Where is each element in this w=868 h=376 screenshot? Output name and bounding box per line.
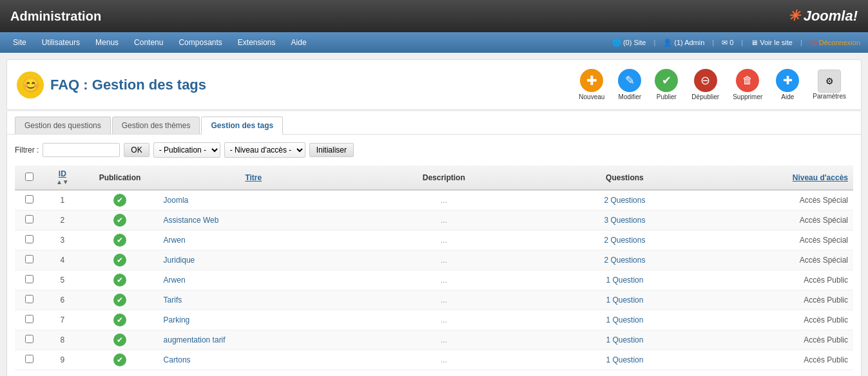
th-checkbox[interactable]: [15, 165, 43, 190]
table-header-row: ID ▲▼ Publication Titre Description Q: [15, 165, 853, 190]
row-title-link[interactable]: Arwen: [164, 276, 186, 285]
row-title-link[interactable]: Cartons: [164, 355, 191, 364]
tab-gestion-tags[interactable]: Gestion des tags: [201, 117, 283, 135]
parametres-icon: ⚙: [818, 70, 841, 93]
toolbar-depublier-button[interactable]: ⊖ Dépublier: [686, 66, 724, 103]
row-questions-link[interactable]: 1 Question: [606, 355, 643, 364]
access-select[interactable]: - Niveau d'accès - Accès Public Accès Sp…: [224, 142, 305, 158]
row-questions: 1 Question: [539, 350, 710, 370]
row-questions-link[interactable]: 3 Questions: [604, 216, 645, 225]
row-checkbox[interactable]: [25, 195, 34, 203]
nav-menus[interactable]: Menus: [88, 34, 126, 51]
row-access: Accès Public: [710, 350, 853, 370]
row-questions: 2 Questions: [539, 190, 710, 211]
nav-admin-count[interactable]: 👤 (1) Admin: [661, 37, 707, 48]
navbar: Site Utilisateurs Menus Contenu Composan…: [0, 32, 868, 53]
row-checkbox[interactable]: [25, 255, 34, 263]
row-questions: 1 Question: [539, 310, 710, 330]
select-all-checkbox[interactable]: [25, 173, 34, 181]
row-access: Accès Public: [710, 310, 853, 330]
row-id: 9: [43, 350, 81, 370]
published-icon[interactable]: ✔: [113, 274, 126, 287]
row-checkbox[interactable]: [25, 275, 34, 283]
row-title-link[interactable]: Juridique: [164, 256, 195, 265]
toolbar-modifier-button[interactable]: ✎ Modifier: [613, 66, 646, 103]
row-description: ...: [349, 250, 539, 270]
nav-site[interactable]: Site: [5, 34, 34, 51]
nav-logout[interactable]: ⏻ Déconnexion: [807, 37, 863, 48]
row-questions-link[interactable]: 2 Questions: [604, 236, 645, 245]
toolbar-publier-button[interactable]: ✔ Publier: [650, 66, 683, 103]
published-icon[interactable]: ✔: [113, 254, 126, 267]
toolbar-aide-button[interactable]: ✚ Aide: [771, 66, 804, 103]
th-access[interactable]: Niveau d'accès: [710, 165, 853, 190]
toolbar: ✚ Nouveau ✎ Modifier ✔ Publier ⊖ Dépubli…: [574, 66, 851, 103]
nouveau-label: Nouveau: [579, 93, 604, 100]
row-title: Juridique: [159, 250, 349, 270]
row-questions-link[interactable]: 2 Questions: [604, 196, 645, 205]
published-icon[interactable]: ✔: [113, 334, 126, 346]
toolbar-supprimer-button[interactable]: 🗑 Supprimer: [728, 66, 767, 103]
row-checkbox-cell: [15, 310, 43, 330]
row-checkbox[interactable]: [25, 355, 34, 363]
nav-view-site[interactable]: 🖥 Voir le site: [748, 37, 795, 48]
published-icon[interactable]: ✔: [113, 194, 126, 207]
row-title: augmentation tarif: [159, 330, 349, 350]
nav-contenu[interactable]: Contenu: [126, 34, 171, 51]
row-questions-link[interactable]: 1 Question: [606, 276, 643, 285]
row-title-link[interactable]: augmentation tarif: [164, 335, 226, 344]
published-icon[interactable]: ✔: [113, 294, 126, 306]
tab-gestion-questions[interactable]: Gestion des questions: [15, 117, 111, 134]
row-questions: 1 Question: [539, 290, 710, 310]
row-checkbox-cell: [15, 290, 43, 310]
published-icon[interactable]: ✔: [113, 314, 126, 326]
toolbar-parametres-button[interactable]: ⚙ Paramètres: [807, 67, 851, 102]
row-title-link[interactable]: Arwen: [164, 236, 186, 245]
nav-messages[interactable]: ✉ 0: [719, 37, 736, 48]
nav-site-count[interactable]: 🌐 (0) Site: [610, 37, 648, 48]
logout-icon: ⏻: [810, 39, 817, 46]
row-published: ✔: [81, 310, 158, 330]
table-row: 4 ✔ Juridique ... 2 Questions Accès Spéc…: [15, 250, 853, 270]
row-description: ...: [349, 190, 539, 211]
row-title-link[interactable]: Parking: [164, 315, 190, 324]
row-title: Cartons: [159, 350, 349, 370]
row-questions: 1 Question: [539, 270, 710, 290]
published-icon[interactable]: ✔: [113, 214, 126, 227]
published-icon[interactable]: ✔: [113, 234, 126, 247]
nav-aide[interactable]: Aide: [284, 34, 314, 51]
row-questions-link[interactable]: 1 Question: [606, 296, 643, 305]
nav-extensions[interactable]: Extensions: [230, 34, 284, 51]
site-icon: 🌐: [612, 39, 621, 47]
row-title-link[interactable]: Tarifs: [164, 296, 182, 305]
row-checkbox[interactable]: [25, 335, 34, 343]
th-titre[interactable]: Titre: [159, 165, 349, 190]
row-description: ...: [349, 211, 539, 230]
nav-utilisateurs[interactable]: Utilisateurs: [34, 34, 88, 51]
th-publication: Publication: [81, 165, 158, 190]
toolbar-nouveau-button[interactable]: ✚ Nouveau: [574, 66, 610, 103]
row-checkbox[interactable]: [25, 235, 34, 243]
filter-ok-button[interactable]: OK: [124, 143, 149, 157]
row-checkbox[interactable]: [25, 295, 34, 303]
row-title-link[interactable]: Assistance Web: [164, 216, 219, 225]
admin-icon: 👤: [663, 39, 672, 47]
table-row: 1 ✔ Joomla ... 2 Questions Accès Spécial: [15, 190, 853, 211]
published-icon[interactable]: ✔: [113, 353, 126, 366]
row-published: ✔: [81, 211, 158, 230]
table-row: 8 ✔ augmentation tarif ... 1 Question Ac…: [15, 330, 853, 350]
row-questions-link[interactable]: 2 Questions: [604, 256, 645, 265]
th-id[interactable]: ID ▲▼: [43, 165, 81, 190]
row-questions-link[interactable]: 1 Question: [606, 315, 643, 324]
nav-composants[interactable]: Composants: [171, 34, 229, 51]
row-checkbox[interactable]: [25, 315, 34, 323]
filter-input[interactable]: [43, 143, 120, 157]
row-published: ✔: [81, 230, 158, 250]
row-title-link[interactable]: Joomla: [164, 196, 189, 205]
row-checkbox[interactable]: [25, 215, 34, 223]
publication-select[interactable]: - Publication - Publié Non publié: [153, 142, 220, 158]
row-questions-link[interactable]: 1 Question: [606, 335, 643, 344]
header: Administration ✳ Joomla!: [0, 0, 868, 32]
filter-reset-button[interactable]: Initialiser: [309, 143, 354, 157]
tab-gestion-themes[interactable]: Gestion des thèmes: [112, 117, 200, 134]
